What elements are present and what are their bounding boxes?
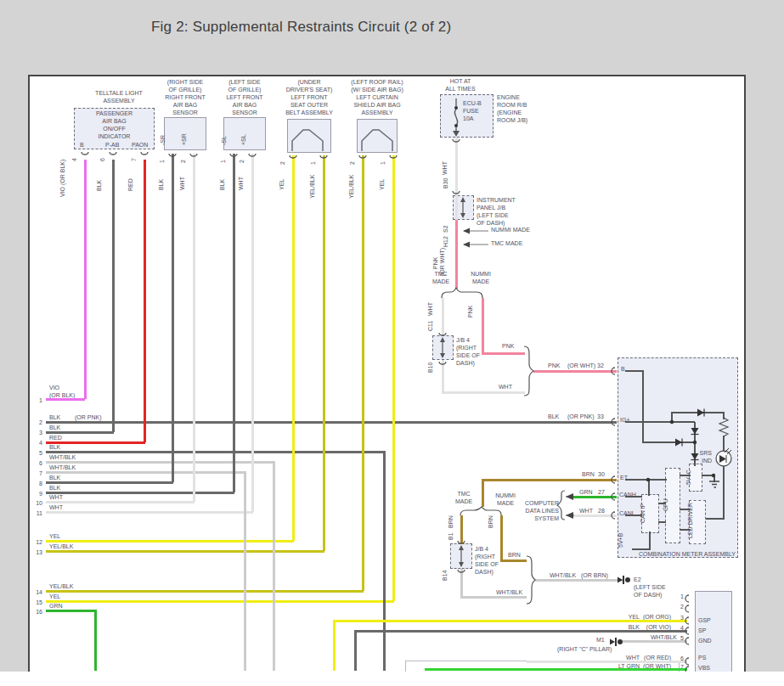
wire-row15 xyxy=(46,600,394,603)
figure-title: Fig 2: Supplemental Restraints Circuit (… xyxy=(151,19,451,36)
row-label-2-alt: (OR PNK) xyxy=(75,413,102,421)
wire-yel-curtain-rot: YEL xyxy=(379,179,386,190)
terminal-b: B xyxy=(80,141,84,149)
wire-wht-sr-rot: WHT xyxy=(179,177,186,190)
meter-wire xyxy=(649,531,651,550)
wire-blk-rot-1: BLK xyxy=(96,180,103,191)
curtain-box xyxy=(357,119,398,153)
pnk-label: PNK xyxy=(502,342,514,350)
brn-tag: BRN xyxy=(582,470,595,478)
wire-row16 xyxy=(46,610,96,612)
wht-label: WHT xyxy=(499,383,512,391)
pin-2-sr: 2 xyxy=(180,160,187,163)
tmc-made-pointer: TMC MADE xyxy=(491,239,522,247)
row-num-5: 5 xyxy=(32,449,42,457)
row-label-2: BLK xyxy=(49,413,60,421)
row-num-8: 8 xyxy=(32,480,42,487)
pin-1-belt: 1 xyxy=(310,161,317,165)
pnk-alt-tag: (OR WHT) xyxy=(567,362,595,369)
wire-yelblk-curtain-rot: YEL/BLK xyxy=(348,175,355,199)
row-label-5: BLK xyxy=(49,443,60,451)
meter-wire xyxy=(706,518,725,520)
pin-2-sl: 2 xyxy=(239,160,245,163)
wire-row3 xyxy=(46,431,114,434)
wire-wht-sr-v xyxy=(193,154,195,502)
wire-wb-to-e2 xyxy=(535,579,623,582)
wire-ltgrn-pin7 xyxy=(425,668,687,671)
meter-wire xyxy=(723,436,725,452)
wire-wb-left-h xyxy=(460,596,527,599)
meter-wire xyxy=(658,503,666,504)
meter-wire xyxy=(694,422,696,466)
wire-wht-branch-v1 xyxy=(442,298,444,335)
wire-brn-right-v xyxy=(500,515,503,561)
nummi-made-pointer: NUMMI MADE xyxy=(491,226,530,233)
wire-yel-pin3-h xyxy=(333,620,687,622)
wire-row13 xyxy=(46,550,324,553)
row-num-2: 2 xyxy=(32,419,42,426)
pin-2: 2 xyxy=(680,603,684,610)
row-num-6: 6 xyxy=(32,459,42,467)
wire-blk-v1 xyxy=(112,160,115,432)
wire-row9 xyxy=(46,492,234,494)
meter-wire xyxy=(625,514,642,516)
wire-blk-pin4-h xyxy=(354,630,687,633)
wire-wb-m1 xyxy=(623,640,687,643)
wire-row5 xyxy=(46,451,385,453)
row-label-16: GRN xyxy=(49,602,63,610)
meter-wire xyxy=(648,479,650,496)
nummi-made-split1: NUMMI MADE xyxy=(469,270,493,285)
fuse-location: ENGINE ROOM R/B (ENGINE ROOM J/B) xyxy=(497,93,527,124)
wire-blk-sl-rot: BLK xyxy=(219,179,226,190)
wire-blk-v-row5 xyxy=(383,451,386,671)
wire-wht-pin6 xyxy=(527,661,687,663)
whtblk-out-tag: WHT/BLK xyxy=(550,571,576,579)
pin-28: 28 xyxy=(598,507,605,514)
terminal-paon: PAON xyxy=(132,141,148,149)
row-label-8: BLK xyxy=(49,474,60,481)
row-label-6: WHT/BLK xyxy=(49,453,76,461)
belt-heading: (UNDER DRIVER'S SEAT) LEFT FRONT SEAT OU… xyxy=(275,78,343,116)
row-label-3: BLK xyxy=(49,424,60,431)
jb4-box-2 xyxy=(450,543,472,569)
wire-grn-v xyxy=(94,610,97,671)
wire-row1 xyxy=(46,398,85,401)
wire-wht-branch-h xyxy=(442,391,525,394)
wire-pnk-rot: PNK xyxy=(432,257,439,269)
left-sensor-heading: (LEFT SIDE OF GRILLE) LEFT FRONT AIR BAG… xyxy=(215,78,274,116)
meter-wire xyxy=(723,412,725,419)
meter-wire xyxy=(625,370,643,372)
wire-wht-canl xyxy=(573,514,617,517)
terminal-pab: P-AB xyxy=(105,141,119,149)
telltale-body: PASSENGER AIR BAG ON/OFF INDICATOR xyxy=(76,110,153,140)
row-label-1: VIO (OR BLK) xyxy=(49,384,75,399)
row-label-13: YEL/BLK xyxy=(49,543,73,550)
wire-blk-sr-rot: BLK xyxy=(158,179,165,190)
jb4-box-1 xyxy=(432,335,454,360)
row-label-12: YEL xyxy=(49,532,60,540)
pin-1-curtain: 1 xyxy=(380,161,386,165)
connector-c11: C11 xyxy=(427,321,434,331)
row-label-4: RED xyxy=(49,434,62,441)
row-num-14: 14 xyxy=(32,588,42,596)
wire-vio-rot: VIO (OR BLK) xyxy=(59,160,66,197)
meter-wire xyxy=(713,475,715,482)
instrument-panel-jb-label: INSTRUMENT PANEL J/B (LEFT SIDE OF DASH) xyxy=(477,196,516,227)
wire-row7 xyxy=(46,471,245,474)
whtblk-out-alt: (OR BRN) xyxy=(581,571,608,579)
blk-alt-tag: (OR PNK) xyxy=(567,413,595,420)
wire-blk-sr-v xyxy=(172,154,174,482)
hot-at-all-times: HOT AT ALL TIMES xyxy=(439,77,482,93)
wire-yel-curtain-v xyxy=(392,155,395,601)
connector-b14: B14 xyxy=(442,571,448,581)
wire-pnk-branch-v xyxy=(482,298,484,353)
wire-row10 xyxy=(46,501,195,503)
terminal-ps: PS xyxy=(698,654,706,661)
wire-blk-pin4-v xyxy=(354,630,357,671)
wire-wb-v-row7 xyxy=(244,471,246,671)
combination-meter-label: COMBINATION METER ASSEMBLY xyxy=(634,550,736,558)
wire-row8 xyxy=(46,481,173,484)
row-label-9: BLK xyxy=(49,484,60,492)
wire-pnk-v xyxy=(455,220,458,289)
fuse-label: ECU-B FUSE 10A xyxy=(463,99,482,122)
